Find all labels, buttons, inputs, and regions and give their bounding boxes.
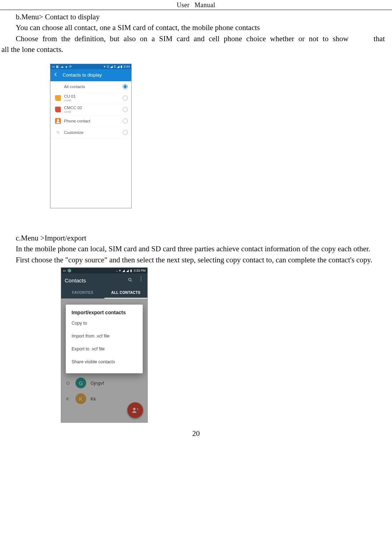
back-arrow-icon[interactable] [53,72,58,78]
row-cmcc-02[interactable]: CMCC 02 USIM [50,104,131,116]
row-cu-01[interactable]: CU 01 USIM [50,93,131,104]
wifi-icon: ▾ [104,65,106,68]
paragraph-b-heading: b.Menu> Contact to display [0,11,392,22]
row-label: Phone contact [64,119,123,123]
status-time: 2:44 [123,65,130,68]
contacts-display-list: All contacts CU 01 USIM [50,81,131,208]
header-right: Manual [195,1,215,9]
sim-card-icon [55,95,61,101]
radio-icon[interactable] [123,118,128,123]
battery-icon: ▮ [121,65,122,68]
header-left: User [177,1,190,9]
page-number: 20 [0,423,392,442]
radio-icon[interactable] [123,130,128,135]
paragraph-c-heading: c.Menu >Import/export [0,233,392,243]
appbar-title: Contacts to display [63,72,102,78]
overflow-menu-icon[interactable]: ⋮ [138,277,144,283]
tab-favorites[interactable]: FAVORITES [61,287,104,299]
app-bar: Contacts to display [50,69,131,81]
message-icon: ▭ [52,65,55,68]
tab-bar: FAVORITES ALL CONTACTS [61,287,147,299]
row-label: CMCC 02 [64,106,123,110]
radio-selected-icon[interactable] [123,84,128,89]
wifi-icon: ▾ [119,269,121,272]
sim-card-icon [55,107,61,112]
document-body: b.Menu> Contact to display You can choos… [0,10,392,442]
screenshot-import-export: ▭ ⌵ ▾ ◢ ◢ ▮ 3:33 PM Contacts [61,267,148,423]
paragraph-c-line1: In the mobile phone can local, SIM card … [0,243,392,254]
appbar-title: Contacts [65,277,86,283]
app-bar: Contacts ⋮ [61,273,147,287]
dialog-option-share-visible[interactable]: Share visible contacts [72,355,137,368]
paragraph-b-line1: You can choose all contact, one a SIM ca… [0,22,392,33]
signal2-icon: ◢ [117,65,119,68]
page-header: UserManual [0,0,392,10]
row-label: All contacts [64,84,123,89]
person-icon [55,118,61,124]
warning-icon: ▲ [65,65,68,68]
paragraph-b-line2: Choose from the definition, but also on … [0,33,392,44]
status-time: 3:33 PM [133,269,146,272]
cloud-icon: ☁ [60,65,64,68]
contacts-icon: ◧ [56,65,59,68]
signal2-icon: ◢ [126,269,129,272]
row-all-contacts[interactable]: All contacts [50,81,131,93]
dialog-option-import-vcf[interactable]: Import from .vcf file [72,330,137,343]
paragraph-b-line3: all the lone contacts. [0,44,392,55]
screenshot-contacts-to-display: ▭ ◧ ☁ ▲ ⟳ ▾ G ◢ E ◢ ▮ 2:44 [50,64,132,208]
update-icon: ⟳ [69,65,72,68]
signal-icon: ◢ [110,65,113,68]
tab-all-contacts[interactable]: ALL CONTACTS [104,287,148,299]
message-icon: ▭ [63,269,66,272]
row-phone-contact[interactable]: Phone contact [50,116,131,127]
paragraph-c-line2: First choose the "copy source" and then … [0,254,392,265]
battery-icon: ▮ [130,269,132,272]
signal-icon: ◢ [122,269,125,272]
app-icon [68,269,71,272]
row-label: Customize [64,130,123,135]
dialog-option-export-vcf[interactable]: Export to .vcf file [72,343,137,355]
svg-point-0 [128,278,131,281]
row-sublabel: USIM [64,111,123,114]
search-icon[interactable] [128,277,133,283]
row-customize[interactable]: ✎ Customize [50,127,131,139]
dialog-option-copy-to[interactable]: Copy to [72,317,137,330]
dialog-title: Import/export contacts [72,310,137,315]
import-export-dialog: Import/export contacts Copy to Import fr… [66,305,143,373]
row-sublabel: USIM [64,99,123,102]
radio-icon[interactable] [123,107,128,112]
status-bar: ▭ ⌵ ▾ ◢ ◢ ▮ 3:33 PM [61,268,147,273]
bluetooth-icon: ⌵ [116,269,118,272]
status-bar: ▭ ◧ ☁ ▲ ⟳ ▾ G ◢ E ◢ ▮ 2:44 [50,64,131,69]
network-g-icon: G [107,65,109,68]
row-label: CU 01 [64,94,123,99]
radio-icon[interactable] [123,96,128,101]
network-e-icon: E [114,65,116,68]
customize-icon: ✎ [56,130,60,135]
